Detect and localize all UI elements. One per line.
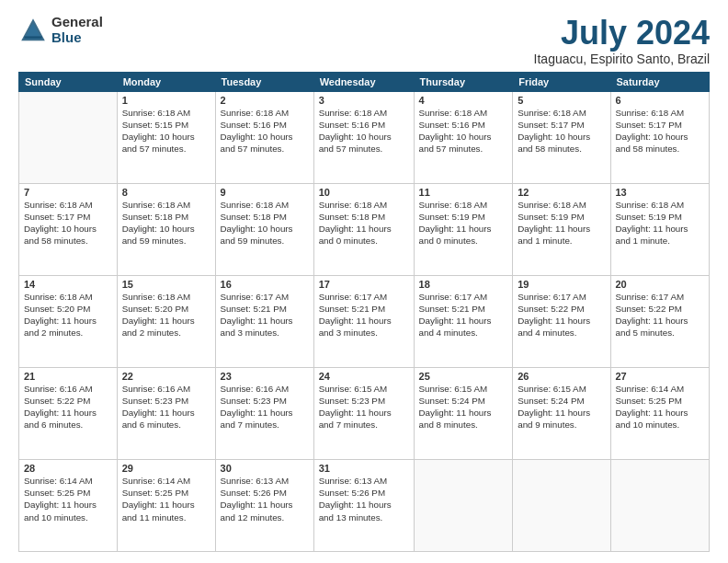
calendar-cell [513, 459, 610, 551]
day-number: 28 [24, 463, 112, 474]
day-info: Sunrise: 6:17 AM Sunset: 5:21 PM Dayligh… [419, 291, 508, 339]
day-info: Sunrise: 6:18 AM Sunset: 5:20 PM Dayligh… [24, 291, 112, 339]
header: General Blue July 2024 Itaguacu, Espirit… [18, 15, 710, 66]
week-row-5: 28Sunrise: 6:14 AM Sunset: 5:25 PM Dayli… [19, 459, 710, 551]
day-number: 26 [518, 371, 605, 382]
day-info: Sunrise: 6:16 AM Sunset: 5:23 PM Dayligh… [221, 383, 309, 431]
calendar-cell: 3Sunrise: 6:18 AM Sunset: 5:16 PM Daylig… [313, 91, 414, 183]
day-number: 3 [319, 95, 409, 106]
calendar-cell: 25Sunrise: 6:15 AM Sunset: 5:24 PM Dayli… [414, 367, 513, 459]
day-info: Sunrise: 6:18 AM Sunset: 5:19 PM Dayligh… [419, 199, 508, 247]
day-number: 22 [122, 371, 210, 382]
day-number: 5 [518, 95, 605, 106]
day-info: Sunrise: 6:18 AM Sunset: 5:19 PM Dayligh… [616, 199, 705, 247]
day-info: Sunrise: 6:18 AM Sunset: 5:15 PM Dayligh… [122, 107, 210, 155]
day-number: 31 [319, 463, 409, 474]
day-number: 24 [319, 371, 409, 382]
day-number: 19 [518, 279, 605, 290]
day-number: 10 [319, 187, 409, 198]
day-info: Sunrise: 6:17 AM Sunset: 5:21 PM Dayligh… [221, 291, 309, 339]
location: Itaguacu, Espirito Santo, Brazil [534, 52, 710, 66]
calendar-cell: 21Sunrise: 6:16 AM Sunset: 5:22 PM Dayli… [19, 367, 118, 459]
day-info: Sunrise: 6:15 AM Sunset: 5:24 PM Dayligh… [419, 383, 508, 431]
day-number: 14 [24, 279, 112, 290]
page: General Blue July 2024 Itaguacu, Espirit… [0, 0, 728, 563]
day-number: 21 [24, 371, 112, 382]
month-title: July 2024 [534, 15, 710, 52]
calendar-cell [414, 459, 513, 551]
week-row-1: 1Sunrise: 6:18 AM Sunset: 5:15 PM Daylig… [19, 91, 710, 183]
day-info: Sunrise: 6:18 AM Sunset: 5:16 PM Dayligh… [419, 107, 508, 155]
header-saturday: Saturday [610, 72, 710, 91]
header-monday: Monday [117, 72, 215, 91]
calendar-cell: 4Sunrise: 6:18 AM Sunset: 5:16 PM Daylig… [414, 91, 513, 183]
calendar-cell: 6Sunrise: 6:18 AM Sunset: 5:17 PM Daylig… [610, 91, 710, 183]
day-info: Sunrise: 6:18 AM Sunset: 5:17 PM Dayligh… [24, 199, 112, 247]
day-number: 11 [419, 187, 508, 198]
calendar-cell: 14Sunrise: 6:18 AM Sunset: 5:20 PM Dayli… [19, 275, 118, 367]
header-tuesday: Tuesday [215, 72, 313, 91]
day-info: Sunrise: 6:17 AM Sunset: 5:22 PM Dayligh… [616, 291, 705, 339]
calendar-cell: 30Sunrise: 6:13 AM Sunset: 5:26 PM Dayli… [215, 459, 313, 551]
svg-rect-2 [24, 36, 41, 38]
day-number: 27 [616, 371, 705, 382]
calendar-cell: 18Sunrise: 6:17 AM Sunset: 5:21 PM Dayli… [414, 275, 513, 367]
calendar-cell [19, 91, 118, 183]
day-number: 4 [419, 95, 508, 106]
day-info: Sunrise: 6:13 AM Sunset: 5:26 PM Dayligh… [221, 475, 309, 523]
logo-text: General Blue [51, 15, 103, 45]
header-wednesday: Wednesday [313, 72, 414, 91]
calendar-cell: 23Sunrise: 6:16 AM Sunset: 5:23 PM Dayli… [215, 367, 313, 459]
day-info: Sunrise: 6:14 AM Sunset: 5:25 PM Dayligh… [616, 383, 705, 431]
day-number: 15 [122, 279, 210, 290]
logo-general: General [51, 15, 103, 30]
logo-blue: Blue [51, 30, 103, 46]
header-sunday: Sunday [19, 72, 118, 91]
day-info: Sunrise: 6:15 AM Sunset: 5:23 PM Dayligh… [319, 383, 409, 431]
calendar-cell: 31Sunrise: 6:13 AM Sunset: 5:26 PM Dayli… [313, 459, 414, 551]
calendar-cell: 17Sunrise: 6:17 AM Sunset: 5:21 PM Dayli… [313, 275, 414, 367]
calendar-cell: 8Sunrise: 6:18 AM Sunset: 5:18 PM Daylig… [117, 183, 215, 275]
day-info: Sunrise: 6:18 AM Sunset: 5:18 PM Dayligh… [319, 199, 409, 247]
day-info: Sunrise: 6:16 AM Sunset: 5:22 PM Dayligh… [24, 383, 112, 431]
logo-icon [18, 16, 48, 45]
day-info: Sunrise: 6:14 AM Sunset: 5:25 PM Dayligh… [24, 475, 112, 523]
calendar-cell: 12Sunrise: 6:18 AM Sunset: 5:19 PM Dayli… [513, 183, 610, 275]
calendar-cell: 28Sunrise: 6:14 AM Sunset: 5:25 PM Dayli… [19, 459, 118, 551]
calendar-table: Sunday Monday Tuesday Wednesday Thursday… [18, 72, 710, 552]
title-block: July 2024 Itaguacu, Espirito Santo, Braz… [534, 15, 710, 66]
calendar-cell: 16Sunrise: 6:17 AM Sunset: 5:21 PM Dayli… [215, 275, 313, 367]
day-info: Sunrise: 6:18 AM Sunset: 5:16 PM Dayligh… [221, 107, 309, 155]
day-info: Sunrise: 6:17 AM Sunset: 5:21 PM Dayligh… [319, 291, 409, 339]
day-number: 9 [221, 187, 309, 198]
calendar-cell: 10Sunrise: 6:18 AM Sunset: 5:18 PM Dayli… [313, 183, 414, 275]
calendar-cell: 13Sunrise: 6:18 AM Sunset: 5:19 PM Dayli… [610, 183, 710, 275]
day-info: Sunrise: 6:15 AM Sunset: 5:24 PM Dayligh… [518, 383, 605, 431]
calendar-cell: 19Sunrise: 6:17 AM Sunset: 5:22 PM Dayli… [513, 275, 610, 367]
header-thursday: Thursday [414, 72, 513, 91]
day-number: 30 [221, 463, 309, 474]
day-number: 7 [24, 187, 112, 198]
calendar-cell: 22Sunrise: 6:16 AM Sunset: 5:23 PM Dayli… [117, 367, 215, 459]
calendar-cell: 20Sunrise: 6:17 AM Sunset: 5:22 PM Dayli… [610, 275, 710, 367]
day-info: Sunrise: 6:18 AM Sunset: 5:18 PM Dayligh… [221, 199, 309, 247]
calendar-cell: 27Sunrise: 6:14 AM Sunset: 5:25 PM Dayli… [610, 367, 710, 459]
day-info: Sunrise: 6:16 AM Sunset: 5:23 PM Dayligh… [122, 383, 210, 431]
week-row-3: 14Sunrise: 6:18 AM Sunset: 5:20 PM Dayli… [19, 275, 710, 367]
calendar-cell: 11Sunrise: 6:18 AM Sunset: 5:19 PM Dayli… [414, 183, 513, 275]
header-friday: Friday [513, 72, 610, 91]
calendar-cell: 7Sunrise: 6:18 AM Sunset: 5:17 PM Daylig… [19, 183, 118, 275]
day-number: 13 [616, 187, 705, 198]
day-number: 29 [122, 463, 210, 474]
day-info: Sunrise: 6:18 AM Sunset: 5:17 PM Dayligh… [616, 107, 705, 155]
day-info: Sunrise: 6:13 AM Sunset: 5:26 PM Dayligh… [319, 475, 409, 523]
day-number: 20 [616, 279, 705, 290]
calendar-cell: 26Sunrise: 6:15 AM Sunset: 5:24 PM Dayli… [513, 367, 610, 459]
calendar-cell: 5Sunrise: 6:18 AM Sunset: 5:17 PM Daylig… [513, 91, 610, 183]
calendar-cell: 24Sunrise: 6:15 AM Sunset: 5:23 PM Dayli… [313, 367, 414, 459]
week-row-2: 7Sunrise: 6:18 AM Sunset: 5:17 PM Daylig… [19, 183, 710, 275]
day-info: Sunrise: 6:18 AM Sunset: 5:16 PM Dayligh… [319, 107, 409, 155]
calendar-cell: 9Sunrise: 6:18 AM Sunset: 5:18 PM Daylig… [215, 183, 313, 275]
day-info: Sunrise: 6:18 AM Sunset: 5:17 PM Dayligh… [518, 107, 605, 155]
day-info: Sunrise: 6:18 AM Sunset: 5:19 PM Dayligh… [518, 199, 605, 247]
